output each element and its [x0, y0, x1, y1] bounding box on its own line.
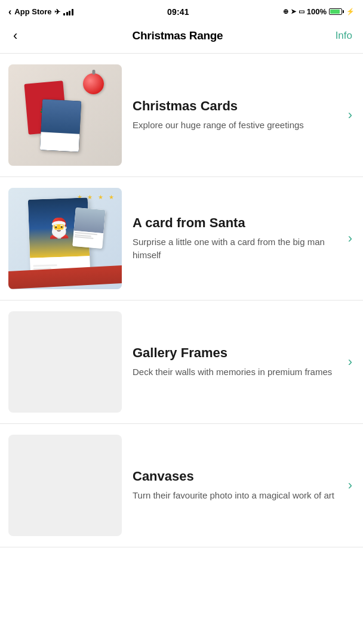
list-item-christmas-cards[interactable]: 🎄 Christmas Cards Explore our huge range… — [0, 54, 363, 177]
item-content-gallery-frames: Gallery Frames Deck their walls with mem… — [133, 345, 342, 379]
chevron-right-icon: › — [348, 354, 352, 370]
item-title-christmas-cards: Christmas Cards — [133, 98, 342, 114]
charging-icon: ⚡ — [346, 8, 355, 16]
screen-icon: ▭ — [299, 8, 304, 16]
signal-icon — [63, 8, 73, 16]
page-title: Christmas Range — [133, 29, 223, 42]
nav-bar: ‹ Christmas Range Info — [0, 22, 363, 54]
list-item-canvases[interactable]: Canvases Turn their favourite photo into… — [0, 424, 363, 547]
category-list: 🎄 Christmas Cards Explore our huge range… — [0, 54, 363, 547]
item-content-canvases: Canvases Turn their favourite photo into… — [133, 469, 342, 502]
item-image-santa-card: ★ ★ ★ ★ 🎅 — [8, 188, 122, 289]
chevron-right-icon: › — [348, 478, 352, 493]
item-description-gallery-frames: Deck their walls with memories in premiu… — [133, 366, 342, 379]
status-time: 09:41 — [167, 7, 189, 17]
location-icon: ⊕ — [283, 8, 288, 16]
battery-icon — [329, 8, 344, 15]
gps-icon: ➤ — [291, 8, 296, 16]
chevron-right-icon: › — [348, 231, 352, 246]
info-button[interactable]: Info — [336, 30, 352, 42]
airplane-icon: ✈ — [54, 8, 60, 16]
battery-percent: 100% — [307, 7, 327, 16]
item-description-santa-card: Surprise a little one with a card from t… — [133, 236, 342, 262]
chevron-right-icon: › — [348, 107, 352, 123]
back-button[interactable]: ‹ — [11, 27, 20, 45]
list-item-santa-card[interactable]: ★ ★ ★ ★ 🎅 — [0, 177, 363, 301]
status-right: ⊕ ➤ ▭ 100% ⚡ — [283, 7, 355, 16]
back-arrow-small: ‹ — [8, 7, 11, 17]
item-description-christmas-cards: Explore our huge range of festive greeti… — [133, 119, 342, 132]
item-image-gallery-frames — [8, 311, 122, 413]
item-image-christmas-cards: 🎄 — [8, 64, 122, 166]
item-content-christmas-cards: Christmas Cards Explore our huge range o… — [133, 98, 342, 132]
status-bar: ‹ App Store ✈ 09:41 ⊕ ➤ ▭ 100% ⚡ — [0, 0, 363, 22]
carrier-label: App Store — [14, 7, 51, 16]
item-content-santa-card: A card from Santa Surprise a little one … — [133, 215, 342, 262]
status-left: ‹ App Store ✈ — [8, 7, 73, 17]
item-description-canvases: Turn their favourite photo into a magica… — [133, 489, 342, 502]
item-title-gallery-frames: Gallery Frames — [133, 345, 342, 361]
item-title-santa-card: A card from Santa — [133, 215, 342, 231]
item-title-canvases: Canvases — [133, 469, 342, 484]
item-image-canvases — [8, 435, 122, 536]
list-item-gallery-frames[interactable]: Gallery Frames Deck their walls with mem… — [0, 301, 363, 424]
